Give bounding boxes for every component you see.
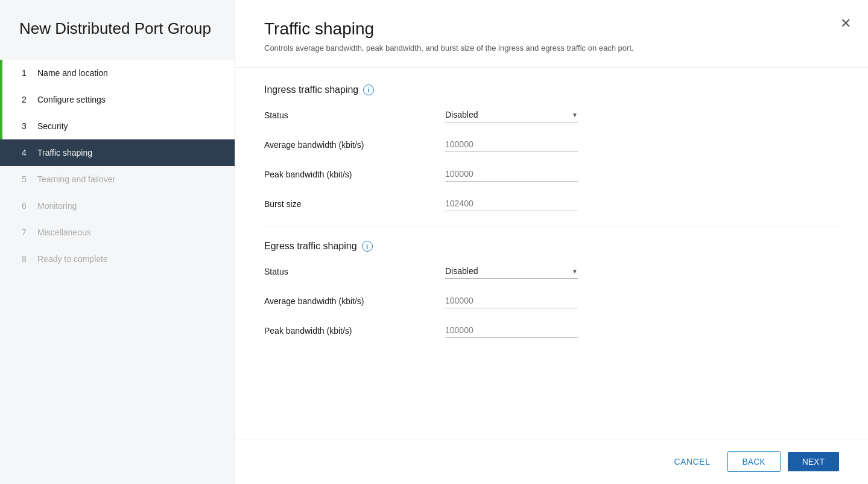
ingress-status-control: Disabled ▼: [445, 107, 578, 123]
egress-status-select[interactable]: Disabled ▼: [445, 264, 578, 279]
ingress-burst-control: [445, 196, 578, 211]
footer: CANCEL BACK NEXT: [235, 439, 868, 484]
egress-peak-bw-label: Peak bandwidth (kbit/s): [264, 326, 445, 336]
egress-status-label: Status: [264, 267, 445, 276]
egress-status-row: Status Disabled ▼: [264, 264, 839, 281]
egress-avg-bw-input[interactable]: [445, 293, 578, 308]
step-item-6: 6Monitoring: [0, 193, 235, 219]
next-button[interactable]: NEXT: [788, 452, 839, 471]
step-item-8: 8Ready to complete: [0, 246, 235, 272]
steps-list: 1Name and location2Configure settings3Se…: [0, 60, 235, 272]
egress-peak-bw-control: [445, 323, 578, 338]
egress-peak-bw-row: Peak bandwidth (kbit/s): [264, 323, 839, 340]
egress-avg-bw-control: [445, 293, 578, 308]
step-item-1[interactable]: 1Name and location: [0, 60, 235, 86]
ingress-section-title: Ingress traffic shaping i: [264, 84, 839, 95]
page-title: Traffic shaping: [264, 19, 839, 39]
egress-section-title: Egress traffic shaping i: [264, 241, 839, 252]
ingress-status-row: Status Disabled ▼: [264, 107, 839, 125]
ingress-status-arrow: ▼: [572, 112, 578, 118]
step-num: 4: [22, 148, 30, 158]
ingress-avg-bw-control: [445, 137, 578, 152]
close-button[interactable]: ✕: [840, 17, 851, 30]
ingress-burst-input[interactable]: [445, 196, 578, 211]
step-num: 3: [22, 121, 30, 131]
wizard-title: New Distributed Port Group: [0, 0, 235, 55]
step-num: 8: [22, 254, 30, 264]
egress-avg-bw-label: Average bandwidth (kbit/s): [264, 296, 445, 306]
cancel-button[interactable]: CANCEL: [664, 452, 720, 471]
step-label: Monitoring: [37, 201, 77, 211]
step-label: Teaming and failover: [37, 174, 115, 184]
content-header: Traffic shaping Controls average bandwid…: [235, 0, 868, 68]
sidebar: New Distributed Port Group 1Name and loc…: [0, 0, 235, 484]
main-content: Traffic shaping Controls average bandwid…: [235, 0, 868, 484]
step-item-2[interactable]: 2Configure settings: [0, 86, 235, 113]
egress-info-icon[interactable]: i: [362, 241, 373, 252]
egress-avg-bw-row: Average bandwidth (kbit/s): [264, 293, 839, 311]
step-label: Security: [37, 121, 68, 131]
ingress-peak-bw-input[interactable]: [445, 167, 578, 182]
step-label: Name and location: [37, 68, 108, 78]
ingress-peak-bw-label: Peak bandwidth (kbit/s): [264, 170, 445, 179]
content-body: Ingress traffic shaping i Status Disable…: [235, 68, 868, 439]
step-num: 1: [22, 68, 30, 78]
step-label: Configure settings: [37, 95, 106, 104]
ingress-status-label: Status: [264, 110, 445, 120]
ingress-status-select[interactable]: Disabled ▼: [445, 107, 578, 123]
ingress-peak-bw-row: Peak bandwidth (kbit/s): [264, 167, 839, 184]
step-item-3[interactable]: 3Security: [0, 113, 235, 139]
egress-peak-bw-input[interactable]: [445, 323, 578, 338]
ingress-burst-label: Burst size: [264, 199, 445, 209]
step-num: 2: [22, 95, 30, 104]
ingress-avg-bw-row: Average bandwidth (kbit/s): [264, 137, 839, 154]
page-description: Controls average bandwidth, peak bandwid…: [264, 43, 807, 53]
ingress-avg-bw-label: Average bandwidth (kbit/s): [264, 140, 445, 150]
ingress-status-value: Disabled: [445, 110, 569, 119]
step-item-5: 5Teaming and failover: [0, 166, 235, 193]
step-num: 6: [22, 201, 30, 211]
step-num: 5: [22, 174, 30, 184]
modal-dialog: New Distributed Port Group 1Name and loc…: [0, 0, 868, 484]
ingress-avg-bw-input[interactable]: [445, 137, 578, 152]
section-divider: [264, 226, 839, 226]
step-label: Miscellaneous: [37, 228, 91, 237]
step-num: 7: [22, 228, 30, 237]
ingress-peak-bw-control: [445, 167, 578, 182]
ingress-info-icon[interactable]: i: [363, 84, 374, 95]
back-button[interactable]: BACK: [727, 451, 781, 472]
egress-status-arrow: ▼: [572, 268, 578, 275]
egress-status-control: Disabled ▼: [445, 264, 578, 279]
step-label: Traffic shaping: [37, 148, 92, 158]
step-item-4[interactable]: 4Traffic shaping: [0, 139, 235, 166]
egress-status-value: Disabled: [445, 266, 569, 276]
step-item-7: 7Miscellaneous: [0, 219, 235, 246]
step-label: Ready to complete: [37, 254, 108, 264]
ingress-burst-row: Burst size: [264, 196, 839, 214]
